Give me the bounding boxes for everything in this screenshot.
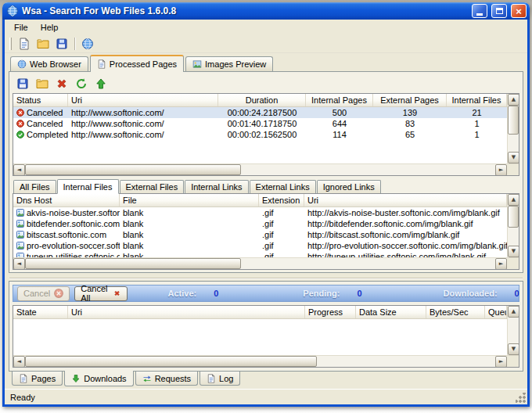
downloads-table-rows xyxy=(13,319,507,355)
scroll-up-button[interactable]: ▲ xyxy=(508,194,519,206)
open-button[interactable] xyxy=(34,36,52,52)
column-header-internal-pages[interactable]: Internal Pages xyxy=(306,94,373,106)
horizontal-scrollbar[interactable]: ◄ ► xyxy=(13,257,519,269)
list-item[interactable]: bitscast.softonic.com blank .gif http://… xyxy=(13,229,507,240)
window-title: Wsa - Search For Web Files 1.6.0.8 xyxy=(22,5,468,16)
scroll-up-button[interactable]: ▲ xyxy=(508,94,519,106)
scroll-right-button[interactable]: ► xyxy=(495,164,507,176)
list-item[interactable]: bitdefender.softonic.com blank .gif http… xyxy=(13,218,507,229)
tab-internal-links[interactable]: Internal Links xyxy=(185,180,248,193)
canceled-icon xyxy=(16,109,24,117)
scrollbar-track[interactable] xyxy=(508,106,519,152)
column-header-external-pages[interactable]: External Pages xyxy=(373,94,447,106)
save-icon xyxy=(16,77,29,90)
scroll-down-button[interactable]: ▼ xyxy=(508,152,519,163)
open-list-button[interactable] xyxy=(34,76,51,92)
tab-label: Pages xyxy=(31,374,56,383)
scroll-left-button[interactable]: ◄ xyxy=(13,164,25,176)
scroll-left-button[interactable]: ◄ xyxy=(13,356,25,368)
list-item[interactable]: tuneup-utilities.softonic.com blank .gif… xyxy=(13,251,507,257)
red-x-icon xyxy=(113,289,120,298)
new-search-button[interactable] xyxy=(16,36,33,52)
horizontal-scrollbar[interactable]: ◄ ► xyxy=(13,163,519,175)
move-up-button[interactable] xyxy=(92,76,110,92)
refresh-button[interactable] xyxy=(73,76,90,92)
toolbar-grip[interactable] xyxy=(9,38,12,50)
scrollbar-thumb[interactable] xyxy=(25,164,241,175)
delete-button[interactable] xyxy=(53,76,70,92)
tab-downloads[interactable]: Downloads xyxy=(64,371,133,386)
web-button[interactable] xyxy=(79,36,96,52)
file-text: blank xyxy=(120,241,259,250)
maximize-button[interactable] xyxy=(491,4,507,18)
tab-requests[interactable]: Requests xyxy=(135,372,198,386)
column-header-bytes-sec[interactable]: Bytes/Sec xyxy=(426,306,485,318)
menu-help[interactable]: Help xyxy=(34,21,65,34)
horizontal-scrollbar[interactable]: ◄ ► xyxy=(13,355,519,367)
scroll-right-button[interactable]: ► xyxy=(495,356,507,368)
scrollbar-track[interactable] xyxy=(25,164,495,175)
table-row[interactable]: Completed http://www.softonic.com/ 00:00… xyxy=(13,129,507,140)
column-header-progress[interactable]: Progress xyxy=(305,306,356,318)
tab-pages[interactable]: Pages xyxy=(12,372,63,386)
column-header-uri[interactable]: Uri xyxy=(304,194,507,206)
tab-ignored-links[interactable]: Ignored Links xyxy=(317,180,381,193)
vertical-scrollbar[interactable]: ▲ ▼ xyxy=(507,194,519,257)
column-header-duration[interactable]: Duration xyxy=(218,94,306,106)
close-button[interactable]: × xyxy=(511,4,527,18)
column-header-uri[interactable]: Uri xyxy=(68,94,218,106)
scroll-left-button[interactable]: ◄ xyxy=(13,258,25,270)
save-button[interactable] xyxy=(53,36,70,52)
log-icon xyxy=(207,374,216,383)
list-item[interactable]: akvis-noise-buster.softonic... blank .gi… xyxy=(13,207,507,218)
column-header-uri[interactable]: Uri xyxy=(68,306,305,318)
menubar: File Help xyxy=(5,20,527,34)
minimize-button[interactable] xyxy=(472,4,487,18)
scrollbar-thumb[interactable] xyxy=(508,206,519,228)
column-header-dns-host[interactable]: Dns Host xyxy=(13,194,120,206)
scrollbar-thumb[interactable] xyxy=(25,258,241,269)
column-header-data-size[interactable]: Data Size xyxy=(356,306,426,318)
list-item[interactable]: pro-evolution-soccer.softoni... blank .g… xyxy=(13,240,507,251)
tab-log[interactable]: Log xyxy=(200,372,240,386)
tab-internal-files[interactable]: Internal Files xyxy=(57,179,119,194)
right-arrow-icon: ► xyxy=(499,167,503,173)
scrollbar-track[interactable] xyxy=(508,318,519,343)
titlebar[interactable]: Wsa - Search For Web Files 1.6.0.8 × xyxy=(2,2,530,20)
tab-web-browser[interactable]: Web Browser xyxy=(10,56,88,71)
duration-text: 00:01:40.1718750 xyxy=(218,119,306,128)
cancel-button[interactable]: Cancel xyxy=(17,286,70,301)
column-header-status[interactable]: Status xyxy=(13,94,68,106)
scroll-up-button[interactable]: ▲ xyxy=(508,306,519,318)
scrollbar-thumb[interactable] xyxy=(508,106,519,135)
globe-icon xyxy=(81,38,94,50)
scrollbar-track[interactable] xyxy=(25,356,495,367)
column-header-file[interactable]: File xyxy=(120,194,259,206)
scrollbar-track[interactable] xyxy=(508,206,519,246)
uri-text: http://akvis-noise-buster.softonic.com/i… xyxy=(304,208,507,217)
tab-external-links[interactable]: External Links xyxy=(250,180,316,193)
column-header-extension[interactable]: Extension xyxy=(259,194,304,206)
scrollbar-track[interactable] xyxy=(25,258,495,269)
splitter[interactable] xyxy=(9,275,523,278)
cancel-all-button[interactable]: Cancel All xyxy=(74,286,127,301)
scroll-down-button[interactable]: ▼ xyxy=(508,343,519,355)
vertical-scrollbar[interactable]: ▲ ▼ xyxy=(507,94,519,163)
column-header-internal-files[interactable]: Internal Files xyxy=(447,94,507,106)
save-list-button[interactable] xyxy=(14,76,31,92)
scroll-right-button[interactable]: ► xyxy=(495,258,507,270)
vertical-scrollbar[interactable]: ▲ ▼ xyxy=(507,306,519,355)
tab-images-preview[interactable]: Images Preview xyxy=(185,56,273,71)
column-header-queue[interactable]: Queu... xyxy=(485,306,507,318)
column-header-state[interactable]: State xyxy=(13,306,68,318)
scrollbar-thumb[interactable] xyxy=(25,356,317,367)
table-row[interactable]: Canceled http://www.softonic.com/ 00:00:… xyxy=(13,107,507,118)
resize-grip[interactable] xyxy=(516,393,526,403)
table-row[interactable]: Canceled http://www.softonic.com/ 00:01:… xyxy=(13,118,507,129)
bottom-tabstrip: Pages Downloads Requests Log xyxy=(5,372,527,389)
tab-external-files[interactable]: External Files xyxy=(120,180,185,193)
scroll-down-button[interactable]: ▼ xyxy=(508,246,519,257)
tab-processed-pages[interactable]: Processed Pages xyxy=(90,55,184,72)
tab-all-files[interactable]: All Files xyxy=(13,180,56,193)
menu-file[interactable]: File xyxy=(8,21,34,34)
